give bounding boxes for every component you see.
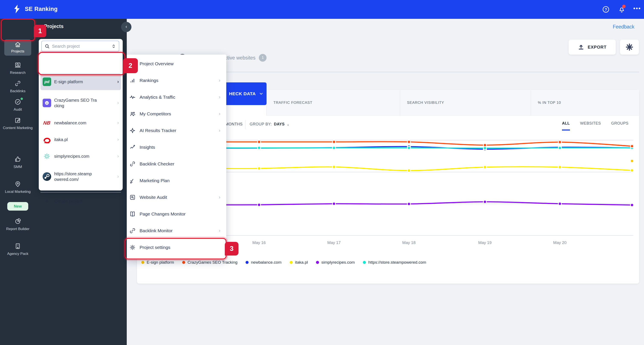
sidebar-item-smm[interactable]: SMM xyxy=(0,156,36,169)
sidebar-item-content-marketing[interactable]: Content Marketing xyxy=(0,117,36,130)
chart-legend: E-sign platform CrazyGames SEO Tracking … xyxy=(141,260,638,265)
ai-sparkle-icon xyxy=(129,127,136,134)
chart-tab-traffic-forecast[interactable]: TRAFFIC FORECAST xyxy=(266,90,400,116)
menu-item-backlink-monitor[interactable]: Backlink Monitor› xyxy=(127,222,226,239)
brand[interactable]: SE Ranking xyxy=(13,4,58,14)
project-row-steam[interactable]: https://store.steampowered.com/ › xyxy=(40,166,121,187)
bar-chart-icon xyxy=(129,77,136,84)
legend-item[interactable]: newbalance.com xyxy=(246,260,282,265)
period-months-label[interactable]: MONTHS xyxy=(225,122,242,126)
menu-item-project-overview[interactable]: Project Overview xyxy=(127,56,226,72)
chevron-right-icon: › xyxy=(219,78,220,83)
search-icon xyxy=(44,44,50,49)
more-icon[interactable]: ••• xyxy=(633,5,641,12)
recheck-data-button[interactable]: HECK DATA xyxy=(226,82,266,105)
legend-dot xyxy=(290,261,293,264)
project-name: itaka.pl xyxy=(54,137,68,142)
svg-text:?: ? xyxy=(605,8,607,12)
export-button[interactable]: EXPORT xyxy=(569,40,616,54)
projects-card: Search project pd E-sign platform › Craz… xyxy=(39,39,123,190)
collapse-panel-button[interactable]: ‹ xyxy=(121,22,132,32)
legend-item[interactable]: CrazyGames SEO Tracking xyxy=(182,260,238,265)
simplyrecipes-favicon xyxy=(42,152,51,160)
scope-groups[interactable]: GROUPS xyxy=(611,121,628,130)
sidebar-item-research[interactable]: Research xyxy=(0,62,36,75)
menu-item-website-audit[interactable]: Website Audit› xyxy=(127,189,226,206)
gear-icon xyxy=(129,244,136,250)
menu-item-rankings[interactable]: Rankings› xyxy=(127,72,226,89)
annotation-badge-1: 1 xyxy=(34,25,46,37)
help-icon[interactable]: ? xyxy=(602,6,610,13)
button-label: EXPORT xyxy=(588,45,606,50)
menu-item-insights[interactable]: Insights xyxy=(127,139,226,156)
sidebar-item-backlinks[interactable]: Backlinks xyxy=(0,80,36,93)
sidebar-item-local-marketing[interactable]: Local Marketing xyxy=(0,181,36,194)
sidebar-item-label: Content Marketing xyxy=(0,126,36,130)
chevron-down-icon: ⌄ xyxy=(287,123,290,126)
chevron-right-icon: › xyxy=(219,111,220,117)
settings-gear-button[interactable] xyxy=(620,40,639,54)
annotation-badge-2: 2 xyxy=(123,58,138,73)
new-badge: New xyxy=(7,202,28,210)
legend-item[interactable]: itaka.pl xyxy=(290,260,308,265)
top-bar: SE Ranking ? ••• xyxy=(0,0,644,19)
sidebar-item-agency-pack[interactable]: Agency Pack xyxy=(0,243,36,256)
project-row-itaka[interactable]: ITAKA itaka.pl › xyxy=(40,132,121,146)
project-row-simplyrecipes[interactable]: simplyrecipes.com › xyxy=(40,149,121,163)
chevron-right-icon: › xyxy=(219,194,220,200)
steam-favicon xyxy=(42,172,51,181)
home-icon xyxy=(14,41,21,48)
scope-all[interactable]: ALL xyxy=(562,121,570,130)
project-row-crazygames[interactable]: CrazyGames SEO Tracking › xyxy=(40,93,121,113)
project-row-esign-platform[interactable]: pd E-sign platform › xyxy=(40,74,121,90)
chart-tab-percent-top10[interactable]: % IN TOP 10 xyxy=(531,90,639,116)
panel-title: Projects xyxy=(44,24,64,29)
menu-item-analytics-traffic[interactable]: Analytics & Traffic› xyxy=(127,89,226,106)
menu-item-backlink-checker[interactable]: Backlink Checker xyxy=(127,156,226,172)
pulse-icon xyxy=(129,94,136,100)
sidebar-item-label: Backlinks xyxy=(0,89,36,93)
group-by-value: DAYS xyxy=(274,122,284,126)
menu-item-ai-results-tracker[interactable]: AI Results Tracker› xyxy=(127,122,226,139)
project-search-input[interactable]: Search project xyxy=(41,41,119,52)
pie-chart-icon xyxy=(14,218,21,225)
gear-icon xyxy=(625,43,634,51)
sidebar-item-label: SMM xyxy=(0,164,36,169)
legend-dot xyxy=(246,261,248,264)
itaka-favicon: ITAKA xyxy=(42,135,51,144)
legend-item[interactable]: E-sign platform xyxy=(141,260,174,265)
menu-item-page-changes-monitor[interactable]: Page Changes Monitor xyxy=(127,206,226,222)
svg-text:May 19: May 19 xyxy=(478,240,492,245)
thumbs-up-icon xyxy=(14,156,21,163)
sidebar-item-label: Research xyxy=(0,70,36,75)
icon-sidebar: Projects Research Backlinks Audit Conten… xyxy=(0,19,36,345)
link-icon xyxy=(129,161,136,167)
insights-icon xyxy=(129,144,136,150)
sidebar-item-projects[interactable]: Projects xyxy=(4,40,31,56)
create-project-button[interactable]: + Create project xyxy=(40,195,121,207)
legend-item[interactable]: https://store.steampowered.com xyxy=(363,260,426,265)
sidebar-item-label: Agency Pack xyxy=(0,252,36,256)
sidebar-item-report-builder[interactable]: Report Builder xyxy=(0,218,36,231)
feedback-link[interactable]: Feedback xyxy=(613,24,634,30)
count-badge: 1 xyxy=(259,54,266,62)
menu-item-marketing-plan[interactable]: Marketing Plan xyxy=(127,172,226,189)
upload-icon xyxy=(578,44,584,50)
sidebar-item-label: Audit xyxy=(0,107,36,112)
sort-icon[interactable] xyxy=(111,44,116,49)
menu-item-project-settings[interactable]: Project settings xyxy=(127,239,226,256)
svg-text:May 17: May 17 xyxy=(327,240,341,245)
project-name: CrazyGames SEO Tra xyxy=(54,98,97,102)
chart-tab-search-visibility[interactable]: SEARCH VISIBILITY xyxy=(400,90,531,116)
sidebar-item-audit[interactable]: Audit xyxy=(0,98,36,112)
project-row-newbalance[interactable]: NB newbalance.com › xyxy=(40,116,121,130)
sidebar-item-label: Projects xyxy=(4,49,31,54)
legend-item[interactable]: simplyrecipes.com xyxy=(316,260,355,265)
pandadoc-favicon: pd xyxy=(42,78,51,86)
sidebar-item-label: Local Marketing xyxy=(0,190,36,194)
group-by-dropdown[interactable]: GROUP BY: DAYS ⌄ xyxy=(250,122,290,126)
project-name: newbalance.com xyxy=(54,120,86,125)
project-name: https://store.steamp xyxy=(54,172,92,176)
menu-item-my-competitors[interactable]: My Competitors› xyxy=(127,106,226,122)
scope-websites[interactable]: WEBSITES xyxy=(580,121,601,130)
